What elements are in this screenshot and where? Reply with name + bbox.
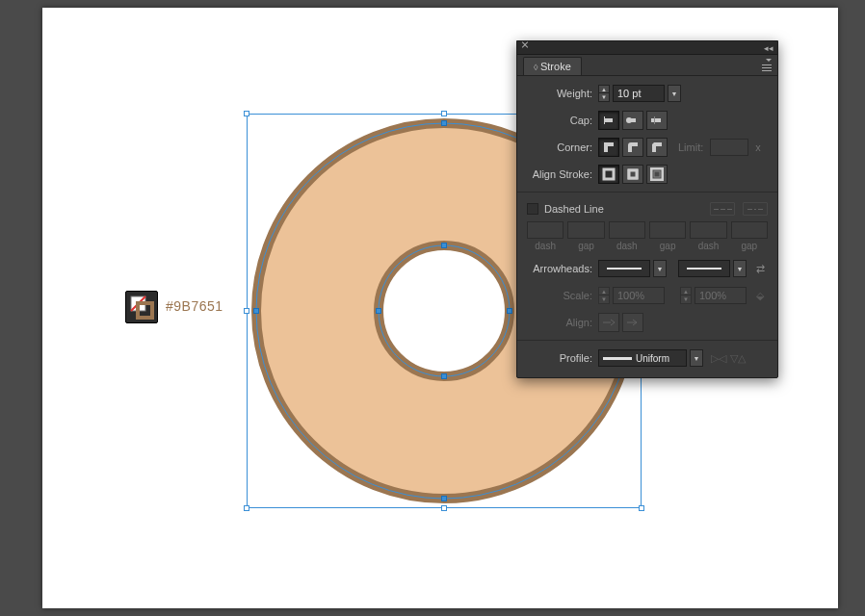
- weight-dropdown[interactable]: ▼: [668, 85, 681, 102]
- dashed-line-checkbox[interactable]: [527, 203, 538, 215]
- corner-bevel-button[interactable]: [646, 138, 668, 157]
- cap-butt-button[interactable]: [598, 111, 619, 130]
- transform-handle[interactable]: [244, 505, 249, 511]
- stepper-up-icon[interactable]: ▲: [598, 85, 610, 93]
- align-stroke-center-button[interactable]: [598, 165, 619, 184]
- align-dashes-button: [743, 202, 768, 216]
- arrowheads-label: Arrowheads:: [527, 263, 598, 274]
- weight-field[interactable]: 10 pt: [613, 85, 665, 102]
- corner-miter-button[interactable]: [598, 138, 619, 157]
- transform-handle[interactable]: [244, 308, 249, 314]
- dash-gap-fields: [527, 221, 768, 239]
- profile-label: Profile:: [527, 352, 598, 364]
- arrowhead-start-dropdown[interactable]: ▼: [653, 260, 667, 277]
- stepper-down-icon[interactable]: ▼: [598, 93, 610, 102]
- profile-dropdown[interactable]: ▼: [690, 349, 703, 367]
- transform-handle[interactable]: [639, 505, 644, 511]
- svg-rect-13: [651, 118, 661, 122]
- arrowhead-end-select[interactable]: [678, 260, 730, 277]
- limit-suffix: x: [755, 141, 761, 153]
- svg-rect-14: [654, 116, 655, 124]
- link-scale-icon: ⬙: [752, 287, 768, 304]
- scale-label: Scale:: [527, 290, 598, 301]
- align-arrow-tip-button: [598, 313, 619, 332]
- arrow-scale-right-field: 100%: [695, 287, 747, 304]
- scale-right-stepper: ▲▼: [680, 287, 692, 304]
- transform-handle[interactable]: [441, 111, 447, 116]
- align-stroke-outside-button[interactable]: [646, 165, 668, 184]
- scale-left-stepper: ▲▼: [598, 287, 610, 304]
- close-icon[interactable]: [521, 44, 529, 52]
- arrow-align-label: Align:: [527, 317, 598, 328]
- weight-stepper[interactable]: ▲ ▼: [598, 85, 610, 102]
- miter-limit-field: [710, 139, 748, 156]
- preserve-dashes-button: [710, 202, 735, 216]
- align-arrow-end-button: [622, 313, 643, 332]
- cap-label: Cap:: [527, 115, 598, 126]
- transform-handle[interactable]: [244, 111, 249, 116]
- panel-header-bar[interactable]: ◂◂: [517, 41, 777, 55]
- svg-point-12: [626, 117, 632, 123]
- flip-along-icon: ▷◁: [712, 351, 725, 365]
- flip-across-icon: ▽△: [731, 351, 745, 365]
- weight-label: Weight:: [527, 88, 598, 99]
- profile-select[interactable]: Uniform: [598, 349, 687, 367]
- panel-menu-icon[interactable]: [758, 59, 772, 71]
- cap-projecting-button[interactable]: [646, 111, 668, 130]
- svg-rect-19: [654, 171, 660, 177]
- corner-round-button[interactable]: [622, 138, 643, 157]
- align-stroke-inside-button[interactable]: [622, 165, 643, 184]
- collapse-icon[interactable]: ◂◂: [764, 43, 773, 53]
- cap-round-button[interactable]: [622, 111, 643, 130]
- arrow-scale-left-field: 100%: [613, 287, 665, 304]
- swap-arrowheads-icon[interactable]: ⇄: [752, 260, 768, 277]
- stroke-panel[interactable]: ◂◂ Stroke Weight: ▲ ▼ 10 pt ▼ Cap:: [516, 40, 778, 378]
- dashed-line-label: Dashed Line: [544, 203, 604, 215]
- limit-label: Limit:: [670, 141, 707, 153]
- tab-stroke[interactable]: Stroke: [523, 57, 582, 75]
- arrowhead-end-dropdown[interactable]: ▼: [733, 260, 747, 277]
- transform-handle[interactable]: [441, 505, 447, 511]
- profile-value: Uniform: [636, 353, 669, 364]
- svg-rect-17: [629, 170, 637, 178]
- svg-rect-18: [651, 168, 663, 180]
- svg-rect-15: [604, 169, 614, 179]
- corner-label: Corner:: [527, 141, 598, 153]
- arrowhead-start-select[interactable]: [598, 260, 650, 277]
- stroke-color-hex-label: #9B7651: [166, 298, 223, 314]
- svg-rect-10: [604, 116, 605, 124]
- align-stroke-label: Align Stroke:: [527, 168, 598, 180]
- svg-rect-9: [605, 118, 613, 122]
- stroke-color-swatch[interactable]: [125, 291, 158, 323]
